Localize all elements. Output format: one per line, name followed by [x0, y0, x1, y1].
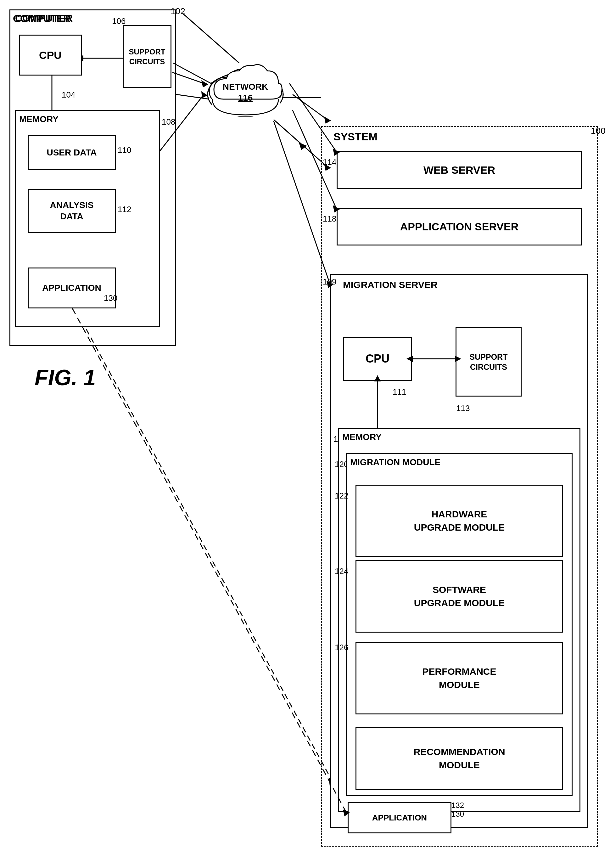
cpu-right-label: CPU [365, 352, 389, 366]
ref-112: 112 [118, 205, 131, 214]
ref-124: 124 [335, 566, 348, 576]
ref-102: 102 [170, 6, 185, 16]
application-left-box: APPLICATION [28, 268, 116, 308]
software-upgrade-box: SOFTWAREUPGRADE MODULE [356, 560, 563, 632]
ref-108: 108 [162, 117, 175, 127]
software-upgrade-label: SOFTWAREUPGRADE MODULE [414, 583, 505, 610]
ref-130b: 130 [451, 810, 464, 818]
network-ref: 116 [201, 93, 290, 103]
computer-box-label: COMPUTER [13, 13, 70, 25]
figure-label: FIG. 1 [35, 365, 96, 390]
memory-right-label: MEMORY [342, 432, 382, 442]
svg-line-34 [172, 72, 204, 84]
recommendation-module-label: RECOMMENDATIONMODULE [413, 745, 505, 772]
ref-113: 113 [456, 403, 470, 413]
cpu-left-label: CPU [39, 49, 62, 61]
ref-118: 118 [323, 214, 336, 224]
web-server-label: WEB SERVER [423, 164, 495, 176]
migration-server-label: MIGRATION SERVER [343, 279, 438, 290]
ref-122: 122 [335, 491, 348, 501]
svg-line-46 [72, 308, 346, 812]
application-right-box: APPLICATION [348, 802, 451, 833]
migration-module-label: MIGRATION MODULE [350, 457, 440, 467]
network-label: NETWORK [201, 82, 290, 92]
svg-line-38 [274, 119, 327, 167]
analysis-data-label: ANALYSISDATA [50, 200, 93, 223]
ref-104: 104 [62, 90, 75, 100]
cpu-left-box: CPU [19, 35, 82, 76]
svg-line-36 [293, 95, 327, 119]
support-circuits-right-label: SUPPORTCIRCUITS [470, 352, 508, 372]
ref-100: 100 [591, 126, 605, 136]
ref-109: 109 [323, 277, 336, 287]
ref-126: 126 [335, 643, 348, 653]
ref-106: 106 [112, 16, 125, 26]
performance-module-box: PERFORMANCEMODULE [356, 642, 563, 715]
svg-line-11 [82, 321, 332, 781]
user-data-box: USER DATA [28, 135, 116, 170]
performance-module-label: PERFORMANCEMODULE [422, 665, 496, 691]
ref-114: 114 [323, 157, 336, 167]
diagram: COMPUTER COMPUTER CPU SUPPORTCIRCUITS 10… [0, 0, 610, 868]
svg-line-8 [274, 119, 302, 145]
svg-marker-37 [324, 116, 331, 124]
support-circuits-right-box: SUPPORTCIRCUITS [455, 327, 522, 397]
hardware-upgrade-label: HARDWAREUPGRADE MODULE [414, 508, 505, 534]
application-right-label: APPLICATION [372, 813, 427, 823]
hardware-upgrade-box: HARDWAREUPGRADE MODULE [356, 485, 563, 557]
ref-110: 110 [118, 146, 131, 155]
application-left-label: APPLICATION [42, 283, 101, 293]
user-data-label: USER DATA [46, 147, 97, 158]
web-server-box: WEB SERVER [337, 151, 582, 189]
support-circuits-left-box: SUPPORTCIRCUITS [123, 25, 172, 88]
ref-130a: 130 [104, 293, 117, 303]
system-label: SYSTEM [333, 130, 378, 143]
ref-111: 111 [393, 387, 406, 397]
recommendation-module-box: RECOMMENDATIONMODULE [356, 727, 563, 790]
application-server-label: APPLICATION SERVER [400, 221, 519, 233]
application-server-box: APPLICATION SERVER [337, 208, 582, 245]
analysis-data-box: ANALYSISDATA [28, 189, 116, 233]
memory-left-label: MEMORY [19, 114, 59, 124]
svg-marker-9 [299, 143, 307, 150]
ref-132: 132 [451, 801, 464, 810]
support-circuits-left-label: SUPPORTCIRCUITS [129, 47, 165, 67]
cpu-right-box: CPU [343, 337, 412, 381]
network-cloud: NETWORK 116 [201, 54, 290, 123]
